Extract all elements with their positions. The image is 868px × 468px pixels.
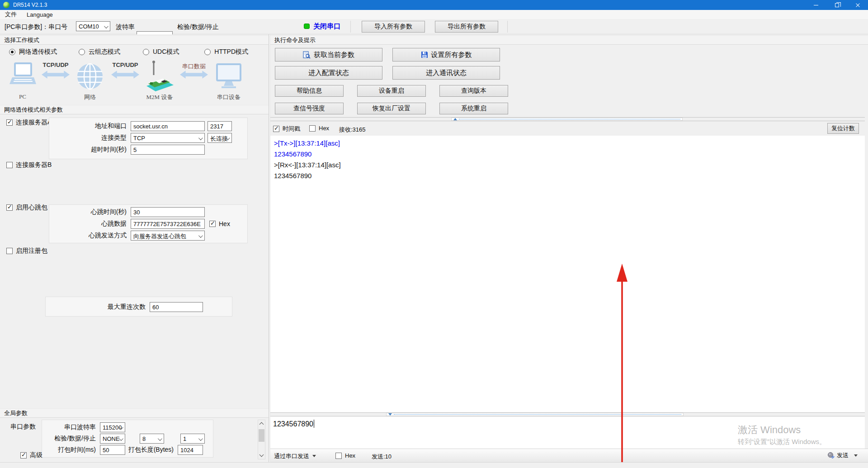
radio-httpd-mode[interactable]: HTTPD模式 bbox=[204, 48, 248, 56]
log-output-area[interactable]: >[Tx->][13:37:14][asc] 1234567890 >[Rx<-… bbox=[270, 136, 865, 412]
server-b-checkbox[interactable]: 连接服务器B bbox=[6, 161, 52, 169]
set-params-button[interactable]: 设置所有参数 bbox=[392, 48, 500, 61]
pc-serial-label: [PC串口参数]：串口号 bbox=[5, 23, 67, 31]
checkbox-box bbox=[6, 248, 13, 254]
lower-splitter-handle[interactable] bbox=[386, 413, 684, 416]
menu-file[interactable]: 文件 bbox=[0, 10, 22, 19]
checkbox-box bbox=[6, 119, 13, 126]
factory-reset-button[interactable]: 恢复出厂设置 bbox=[357, 103, 426, 114]
help-info-button[interactable]: 帮助信息 bbox=[275, 85, 344, 97]
heartbeat-mode-select[interactable]: 向服务器发送心跳包 bbox=[131, 231, 205, 241]
reset-count-button[interactable]: 复位计数 bbox=[827, 123, 859, 134]
splitter-dots bbox=[459, 119, 680, 119]
packlen-input[interactable]: 1024 bbox=[178, 445, 203, 455]
close-port-button[interactable]: 关闭串口 bbox=[313, 22, 340, 31]
conn-type-label: 连接类型 bbox=[49, 134, 131, 142]
packtime-input[interactable]: 50 bbox=[100, 445, 125, 455]
left-panel: 选择工作模式 网络透传模式 云组态模式 UDC模式 HTTPD模式 bbox=[0, 34, 269, 462]
send-hex-checkbox[interactable]: Hex bbox=[335, 452, 355, 459]
conn-mode-select[interactable]: 长连接 bbox=[208, 133, 232, 143]
pc-laptop-icon bbox=[9, 62, 36, 90]
radio-udc-mode[interactable]: UDC模式 bbox=[143, 48, 179, 56]
collapse-up-icon bbox=[453, 118, 457, 120]
server-a-port-input[interactable]: 2317 bbox=[208, 121, 232, 131]
heartbeat-checkbox[interactable]: 启用心跳包 bbox=[6, 203, 47, 212]
timeout-label: 超时时间(秒) bbox=[49, 146, 131, 154]
link1-label: TCP/UDP bbox=[39, 61, 72, 68]
global-baud-select[interactable]: 115200 bbox=[100, 422, 125, 432]
send-input-area[interactable]: 1234567890 bbox=[270, 416, 865, 449]
heartbeat-panel: 心跳时间(秒) 30 心跳数据 7777772E7573722E636E Hex… bbox=[49, 204, 248, 243]
import-params-button[interactable]: 导入所有参数 bbox=[362, 21, 425, 33]
save-floppy-icon bbox=[421, 51, 428, 58]
timeout-input[interactable]: 5 bbox=[131, 145, 205, 155]
menu-bar: 文件 Language bbox=[0, 10, 868, 19]
radio-transparent-mode[interactable]: 网络透传模式 bbox=[9, 48, 57, 56]
serial-device-label: 串口设备 bbox=[215, 93, 242, 101]
upper-splitter-handle[interactable] bbox=[451, 118, 683, 121]
global-params-section-header: 全局参数 bbox=[0, 408, 269, 418]
sent-count-label: 发送:10 bbox=[372, 453, 392, 461]
device-reboot-button[interactable]: 设备重启 bbox=[357, 85, 426, 97]
global-databits-select[interactable]: 8 bbox=[140, 434, 164, 444]
register-package-checkbox[interactable]: 启用注册包 bbox=[6, 247, 47, 255]
scrollbar-thumb[interactable] bbox=[259, 429, 264, 442]
log-hex-checkbox[interactable]: Hex bbox=[309, 125, 329, 132]
advanced-checkbox[interactable]: 高级 bbox=[20, 451, 42, 459]
global-parity-select[interactable]: NONE bbox=[100, 434, 125, 444]
reconnect-panel: 最大重连次数 60 bbox=[45, 297, 232, 317]
global-serial-panel: 串口波特率 115200 检验/数据/停止 NONE 8 1 打包时间(ms) … bbox=[42, 420, 213, 458]
global-params-scrollbar[interactable] bbox=[258, 420, 265, 459]
reconnect-label: 最大重连次数 bbox=[46, 303, 150, 311]
checkbox-box bbox=[6, 162, 13, 168]
get-params-button[interactable]: 获取当前参数 bbox=[275, 48, 382, 61]
heartbeat-data-input[interactable]: 7777772E7573722E636E bbox=[131, 219, 205, 229]
server-a-address-input[interactable]: socket.usr.cn bbox=[131, 121, 205, 131]
send-via-dropdown[interactable]: 通过串口发送 bbox=[274, 452, 316, 460]
packtime-label: 打包时间(ms) bbox=[42, 446, 100, 454]
scroll-down-icon bbox=[259, 453, 264, 457]
heartbeat-hex-checkbox[interactable]: Hex bbox=[209, 220, 230, 227]
menu-language[interactable]: Language bbox=[22, 10, 58, 19]
radio-dot bbox=[9, 49, 15, 55]
close-button[interactable] bbox=[847, 0, 868, 10]
conn-type-select[interactable]: TCP bbox=[131, 133, 205, 143]
splitter-dots bbox=[394, 414, 681, 415]
app-window: DR514 V2.1.3 文件 Language [PC串口参数]：串口号 CO… bbox=[0, 0, 868, 468]
send-options-caret-icon bbox=[854, 454, 858, 457]
query-signal-button[interactable]: 查信号强度 bbox=[275, 103, 344, 114]
log-line-rx-data: 1234567890 bbox=[274, 170, 861, 181]
upper-splitter[interactable] bbox=[270, 117, 865, 121]
radio-dot bbox=[143, 49, 149, 55]
reconnect-input[interactable]: 60 bbox=[150, 302, 203, 312]
com-port-select[interactable]: COM10 bbox=[76, 21, 110, 31]
heartbeat-time-input[interactable]: 30 bbox=[131, 207, 205, 217]
restore-button[interactable] bbox=[826, 0, 847, 10]
radio-cloud-mode[interactable]: 云组态模式 bbox=[79, 48, 120, 56]
radio-dot bbox=[79, 49, 85, 55]
dropdown-caret-icon bbox=[312, 455, 316, 457]
query-version-button[interactable]: 查询版本 bbox=[439, 85, 508, 97]
lower-splitter[interactable] bbox=[270, 412, 865, 416]
enter-comm-button[interactable]: 进入通讯状态 bbox=[392, 66, 500, 80]
export-params-button[interactable]: 导出所有参数 bbox=[435, 21, 498, 33]
status-bar bbox=[0, 462, 868, 468]
window-title: DR514 V2.1.3 bbox=[13, 2, 47, 8]
serial-toolbar: [PC串口参数]：串口号 COM10 波特率 115200 检验/数据/停止 N… bbox=[0, 19, 868, 34]
parity-label: 检验/数据/停止 bbox=[177, 23, 219, 31]
server-a-checkbox[interactable]: 连接服务器A bbox=[6, 118, 52, 127]
global-parity-label: 检验/数据/停止 bbox=[42, 435, 100, 443]
send-button[interactable]: 发送 bbox=[827, 451, 858, 459]
heartbeat-data-label: 心跳数据 bbox=[49, 220, 131, 228]
network-globe-icon bbox=[77, 63, 103, 90]
checkbox-box bbox=[20, 452, 27, 459]
minimize-button[interactable] bbox=[806, 0, 826, 10]
radio-dot bbox=[204, 49, 211, 55]
transparent-params-section-header: 网络透传模式相关参数 bbox=[0, 105, 269, 114]
close-icon bbox=[855, 3, 860, 8]
enter-config-button[interactable]: 进入配置状态 bbox=[275, 66, 382, 80]
system-reboot-button[interactable]: 系统重启 bbox=[439, 103, 508, 114]
log-line-tx-header: >[Tx->][13:37:14][asc] bbox=[274, 138, 861, 149]
timestamp-checkbox[interactable]: 时间戳 bbox=[273, 125, 300, 133]
global-stopbits-select[interactable]: 1 bbox=[180, 434, 205, 444]
